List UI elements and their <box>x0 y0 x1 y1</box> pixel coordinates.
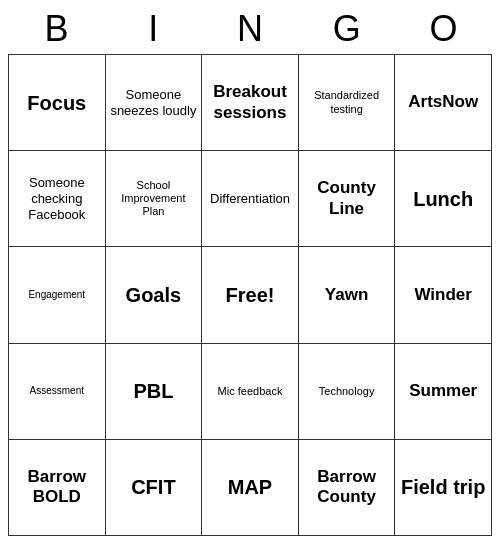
cell-text-21: CFIT <box>131 475 175 499</box>
cell-text-13: Yawn <box>325 285 368 305</box>
cell-text-24: Field trip <box>401 475 485 499</box>
bingo-cell-4: ArtsNow <box>395 55 492 151</box>
cell-text-15: Assessment <box>30 385 84 397</box>
bingo-cell-12: Free! <box>202 247 299 343</box>
bingo-cell-3: Standardized testing <box>299 55 396 151</box>
cell-text-17: Mic feedback <box>218 385 283 398</box>
cell-text-16: PBL <box>133 379 173 403</box>
bingo-cell-24: Field trip <box>395 440 492 536</box>
bingo-cell-20: Barrow BOLD <box>9 440 106 536</box>
cell-text-8: County Line <box>303 178 391 219</box>
bingo-cell-14: Winder <box>395 247 492 343</box>
bingo-cell-5: Someone checking Facebook <box>9 151 106 247</box>
bingo-cell-19: Summer <box>395 344 492 440</box>
cell-text-7: Differentiation <box>210 191 290 207</box>
bingo-grid: FocusSomeone sneezes loudlyBreakout sess… <box>8 54 492 536</box>
bingo-cell-9: Lunch <box>395 151 492 247</box>
cell-text-2: Breakout sessions <box>206 82 294 123</box>
bingo-cell-23: Barrow County <box>299 440 396 536</box>
cell-text-11: Goals <box>126 283 182 307</box>
bingo-cell-16: PBL <box>106 344 203 440</box>
cell-text-18: Technology <box>319 385 375 398</box>
cell-text-12: Free! <box>226 283 275 307</box>
cell-text-9: Lunch <box>413 187 473 211</box>
cell-text-22: MAP <box>228 475 272 499</box>
bingo-cell-1: Someone sneezes loudly <box>106 55 203 151</box>
bingo-cell-10: Engagement <box>9 247 106 343</box>
bingo-cell-17: Mic feedback <box>202 344 299 440</box>
letter-i: I <box>105 8 202 50</box>
bingo-cell-7: Differentiation <box>202 151 299 247</box>
bingo-cell-0: Focus <box>9 55 106 151</box>
cell-text-1: Someone sneezes loudly <box>110 87 198 118</box>
bingo-cell-2: Breakout sessions <box>202 55 299 151</box>
bingo-cell-21: CFIT <box>106 440 203 536</box>
cell-text-0: Focus <box>27 91 86 115</box>
letter-n: N <box>202 8 299 50</box>
cell-text-20: Barrow BOLD <box>13 467 101 508</box>
cell-text-10: Engagement <box>28 289 85 301</box>
bingo-cell-6: School Improvement Plan <box>106 151 203 247</box>
bingo-cell-11: Goals <box>106 247 203 343</box>
cell-text-6: School Improvement Plan <box>110 179 198 219</box>
bingo-cell-22: MAP <box>202 440 299 536</box>
bingo-cell-8: County Line <box>299 151 396 247</box>
cell-text-4: ArtsNow <box>408 92 478 112</box>
bingo-title: B I N G O <box>8 8 492 50</box>
bingo-cell-15: Assessment <box>9 344 106 440</box>
letter-o: O <box>395 8 492 50</box>
cell-text-14: Winder <box>414 285 471 305</box>
cell-text-5: Someone checking Facebook <box>13 175 101 222</box>
cell-text-19: Summer <box>409 381 477 401</box>
bingo-cell-13: Yawn <box>299 247 396 343</box>
bingo-cell-18: Technology <box>299 344 396 440</box>
letter-g: G <box>298 8 395 50</box>
cell-text-23: Barrow County <box>303 467 391 508</box>
cell-text-3: Standardized testing <box>303 89 391 115</box>
letter-b: B <box>8 8 105 50</box>
